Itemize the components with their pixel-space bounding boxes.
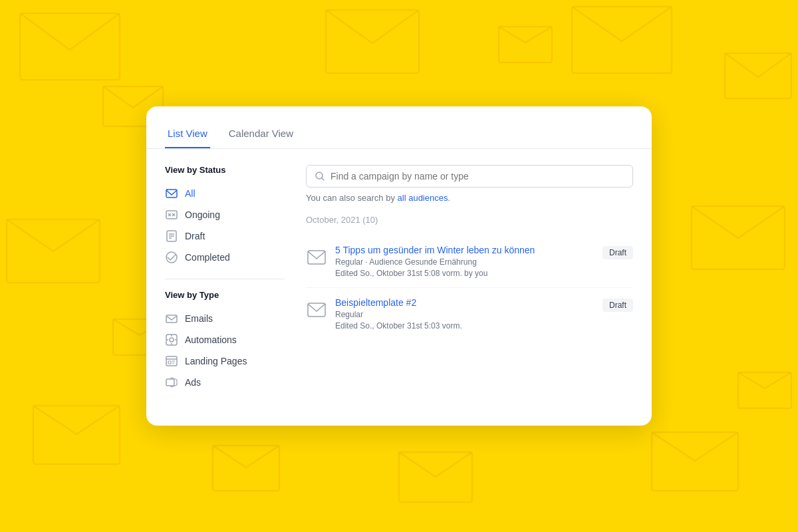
emails-icon (165, 312, 178, 325)
sidebar-item-landing-pages-label: Landing Pages (185, 356, 247, 366)
completed-icon (165, 251, 178, 264)
main-panel: You can also search by all audiences. Oc… (306, 165, 633, 393)
svg-rect-10 (652, 432, 738, 491)
svg-rect-26 (166, 315, 177, 323)
sidebar: View by Status All (165, 165, 285, 393)
campaign-2-details: Beispieltemplate #2 Regular Edited So., … (335, 297, 595, 331)
campaign-1-title[interactable]: 5 Tipps um gesünder im Winter leben zu k… (335, 245, 595, 255)
svg-rect-14 (166, 190, 177, 198)
view-by-type-title: View by Type (165, 290, 285, 300)
search-icon (315, 171, 325, 182)
campaign-1-details: 5 Tipps um gesünder im Winter leben zu k… (335, 245, 595, 278)
sidebar-divider (165, 279, 285, 279)
sidebar-item-completed-label: Completed (185, 252, 230, 263)
sidebar-item-emails-label: Emails (185, 313, 213, 324)
svg-rect-7 (33, 406, 120, 464)
campaign-item-1[interactable]: 5 Tipps um gesünder im Winter leben zu k… (306, 235, 633, 288)
sidebar-item-ongoing-label: Ongoing (185, 209, 220, 220)
svg-rect-5 (7, 219, 100, 283)
svg-rect-38 (166, 379, 174, 386)
svg-rect-6 (692, 206, 785, 269)
campaign-2-title[interactable]: Beispieltemplate #2 (335, 297, 595, 308)
svg-rect-2 (326, 10, 419, 73)
campaign-2-icon (306, 299, 327, 320)
campaign-2-edited: Edited So., Oktober 31st 5:03 vorm. (335, 321, 595, 331)
campaign-1-edited: Edited So., Oktober 31st 5:08 vorm. by y… (335, 269, 595, 278)
svg-rect-9 (399, 452, 472, 502)
sidebar-item-all[interactable]: All (165, 183, 285, 204)
tabs-bar: List View Calendar View (146, 106, 652, 149)
sidebar-item-completed[interactable]: Completed (165, 247, 285, 268)
ongoing-icon (165, 208, 178, 221)
svg-rect-16 (166, 211, 177, 219)
sidebar-item-ongoing[interactable]: Ongoing (165, 204, 285, 225)
landing-pages-icon (165, 354, 178, 368)
ads-icon (165, 376, 178, 389)
campaign-2-badge: Draft (602, 299, 633, 312)
campaign-item-2[interactable]: Beispieltemplate #2 Regular Edited So., … (306, 288, 633, 340)
sidebar-item-automations-label: Automations (185, 334, 237, 345)
campaign-1-meta: Regular · Audience Gesunde Ernährung (335, 257, 595, 267)
svg-rect-35 (168, 361, 171, 364)
main-card: List View Calendar View View by Status A… (146, 106, 652, 426)
svg-rect-47 (308, 303, 325, 317)
svg-rect-3 (572, 7, 672, 73)
sidebar-item-ads-label: Ads (185, 377, 201, 388)
sidebar-item-ads[interactable]: Ads (165, 372, 285, 393)
sidebar-item-landing-pages[interactable]: Landing Pages (165, 350, 285, 372)
campaign-1-badge: Draft (602, 246, 633, 259)
svg-rect-46 (308, 251, 325, 264)
content-area: View by Status All (146, 149, 652, 414)
svg-rect-33 (166, 356, 177, 366)
svg-line-45 (322, 178, 324, 180)
search-bar[interactable] (306, 165, 633, 188)
svg-rect-0 (20, 13, 120, 80)
sidebar-item-automations[interactable]: Automations (165, 329, 285, 350)
svg-point-28 (170, 338, 174, 342)
all-audiences-link[interactable]: all audiences (398, 193, 448, 203)
section-date: October, 2021 (10) (306, 215, 633, 225)
view-by-status-title: View by Status (165, 165, 285, 175)
campaign-2-meta: Regular (335, 310, 595, 319)
sidebar-item-all-label: All (185, 188, 196, 199)
svg-rect-8 (213, 446, 279, 491)
sidebar-item-draft[interactable]: Draft (165, 225, 285, 247)
svg-rect-4 (725, 53, 791, 98)
sidebar-item-emails[interactable]: Emails (165, 308, 285, 329)
campaign-1-icon (306, 246, 327, 267)
automations-icon (165, 333, 178, 346)
all-icon (165, 187, 178, 200)
draft-icon (165, 229, 178, 243)
svg-rect-13 (499, 27, 552, 63)
tab-calendar-view[interactable]: Calendar View (226, 120, 296, 148)
sidebar-item-draft-label: Draft (185, 231, 205, 241)
search-hint: You can also search by all audiences. (306, 193, 633, 203)
search-input[interactable] (331, 171, 624, 182)
tab-list-view[interactable]: List View (165, 120, 210, 148)
svg-rect-11 (738, 372, 791, 408)
